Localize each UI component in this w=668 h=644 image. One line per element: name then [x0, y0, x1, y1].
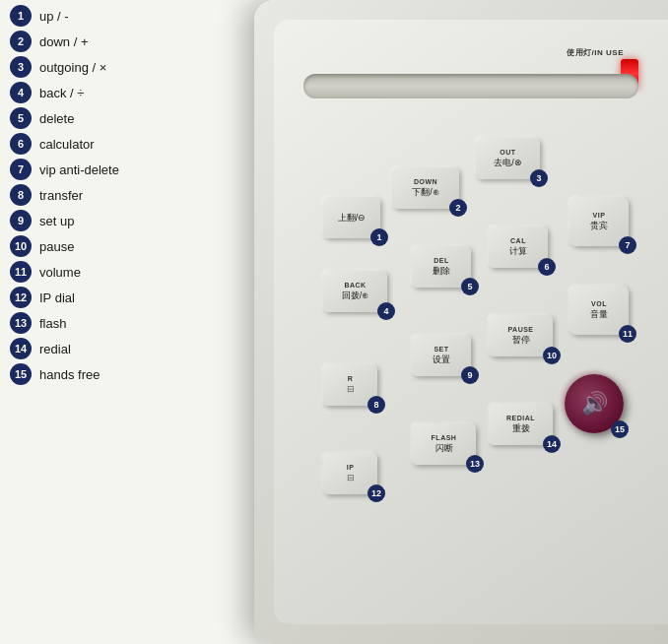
legend-text-2: down / + [39, 34, 89, 49]
back-btn-zh: 回拨/⊕ [342, 290, 369, 301]
vip-btn-zh: 贵宾 [590, 221, 608, 231]
up-btn-label: 上翻/⊖ [338, 213, 367, 224]
legend-item-14: 14 redial [10, 338, 119, 359]
legend-text-6: calculator [39, 137, 95, 152]
out-btn-en: OUT [500, 149, 515, 157]
legend-text-13: flash [39, 316, 66, 331]
legend-text-3: outgoing / × [39, 60, 106, 75]
ip-btn-icon: ⊟ [347, 473, 355, 483]
redial-btn-zh: 重拨 [512, 423, 530, 434]
vip-btn-en: VIP [593, 212, 606, 220]
legend-text-15: hands free [39, 367, 100, 382]
legend-number-3: 3 [10, 56, 32, 78]
cal-btn-en: CAL [510, 237, 526, 245]
r-button[interactable]: R ⊟ 8 [323, 364, 377, 406]
ip-button[interactable]: IP ⊟ 12 [323, 453, 377, 494]
legend-number-12: 12 [10, 287, 32, 308]
pause-btn-en: PAUSE [507, 326, 533, 334]
back-button[interactable]: BACK 回拨/⊕ 4 [323, 271, 387, 312]
set-button[interactable]: SET 设置 9 [412, 335, 471, 376]
vol-btn-zh: 音量 [590, 309, 608, 320]
legend-item-15: 15 hands free [10, 363, 119, 385]
legend-number-11: 11 [10, 261, 32, 283]
legend-number-9: 9 [10, 210, 32, 231]
legend-list: 1 up / - 2 down / + 3 outgoing / × 4 bac… [10, 5, 119, 389]
down-btn-en: DOWN [414, 178, 437, 186]
legend-item-4: 4 back / ÷ [10, 82, 119, 103]
pause-btn-zh: 暂停 [512, 335, 530, 346]
legend-number-1: 1 [10, 5, 32, 27]
legend-item-9: 9 set up [10, 210, 119, 231]
vol-btn-en: VOL [591, 300, 607, 308]
legend-text-9: set up [39, 214, 74, 228]
legend-item-7: 7 vip anti-delete [10, 159, 119, 180]
legend-item-2: 2 down / + [10, 31, 119, 52]
down-button[interactable]: DOWN 下翻/⊕ 2 [392, 167, 459, 209]
pause-badge: 10 [543, 347, 561, 364]
back-btn-en: BACK [344, 282, 366, 290]
del-btn-zh: 删除 [433, 266, 450, 277]
set-badge: 9 [461, 366, 479, 384]
redial-badge: 14 [543, 435, 561, 453]
vip-badge: 7 [619, 236, 636, 254]
set-btn-zh: 设置 [433, 354, 450, 365]
r-badge: 8 [367, 396, 385, 414]
legend-number-2: 2 [10, 31, 32, 52]
flash-button[interactable]: FLASH 闪断 13 [412, 423, 476, 465]
legend-text-1: up / - [39, 9, 69, 24]
buttons-area: 上翻/⊖ 1 DOWN 下翻/⊕ 2 OUT 去电/⊗ 3 BACK 回拨/⊕ … [323, 118, 658, 591]
cal-badge: 6 [538, 258, 556, 276]
legend-number-5: 5 [10, 107, 32, 129]
out-badge: 3 [530, 169, 548, 187]
legend-item-1: 1 up / - [10, 5, 119, 27]
del-btn-en: DEL [434, 257, 449, 265]
legend-text-11: volume [39, 265, 81, 280]
vol-badge: 11 [619, 325, 636, 343]
legend-number-6: 6 [10, 133, 32, 155]
redial-btn-en: REDIAL [506, 415, 535, 422]
down-badge: 2 [449, 199, 467, 217]
down-btn-zh: 下翻/⊕ [412, 187, 439, 198]
del-button[interactable]: DEL 删除 5 [412, 246, 471, 288]
out-button[interactable]: OUT 去电/⊗ 3 [476, 138, 540, 179]
legend-text-10: pause [39, 239, 74, 254]
legend-text-8: transfer [39, 188, 83, 203]
cal-btn-zh: 计算 [509, 246, 527, 257]
legend-text-12: IP dial [39, 290, 75, 305]
del-badge: 5 [461, 278, 479, 295]
up-badge: 1 [370, 228, 388, 246]
legend-number-7: 7 [10, 159, 32, 180]
up-button[interactable]: 上翻/⊖ 1 [323, 197, 380, 238]
ip-btn-en: IP [347, 464, 355, 472]
flash-btn-zh: 闪断 [435, 443, 453, 454]
vol-button[interactable]: VOL 音量 11 [569, 286, 629, 335]
back-badge: 4 [377, 302, 395, 320]
cal-button[interactable]: CAL 计算 6 [489, 226, 548, 268]
legend-number-14: 14 [10, 338, 32, 359]
vip-button[interactable]: VIP 贵宾 7 [569, 197, 629, 246]
pause-button[interactable]: PAUSE 暂停 10 [489, 315, 553, 356]
legend-item-12: 12 IP dial [10, 287, 119, 308]
legend-number-10: 10 [10, 235, 32, 257]
speaker-icon: 🔊 [581, 391, 608, 417]
out-btn-zh: 去电/⊗ [494, 158, 522, 168]
r-btn-en: R [348, 375, 354, 383]
handsfree-button[interactable]: 🔊 15 [565, 374, 624, 433]
legend-text-14: redial [39, 342, 71, 356]
legend-text-4: back / ÷ [39, 86, 84, 100]
r-btn-icon: ⊟ [347, 384, 355, 395]
flash-badge: 13 [466, 455, 484, 473]
status-label: 使用灯/IN USE [567, 47, 624, 58]
connector-strip [303, 74, 638, 98]
legend-item-8: 8 transfer [10, 184, 119, 206]
legend-text-5: delete [39, 111, 74, 126]
legend-item-10: 10 pause [10, 235, 119, 257]
legend-number-13: 13 [10, 312, 32, 334]
legend-number-15: 15 [10, 363, 32, 385]
legend-number-4: 4 [10, 82, 32, 103]
ip-badge: 12 [367, 484, 385, 502]
legend-text-7: vip anti-delete [39, 162, 119, 177]
redial-button[interactable]: REDIAL 重拨 14 [489, 404, 553, 445]
legend-item-6: 6 calculator [10, 133, 119, 155]
handsfree-badge: 15 [611, 420, 629, 438]
